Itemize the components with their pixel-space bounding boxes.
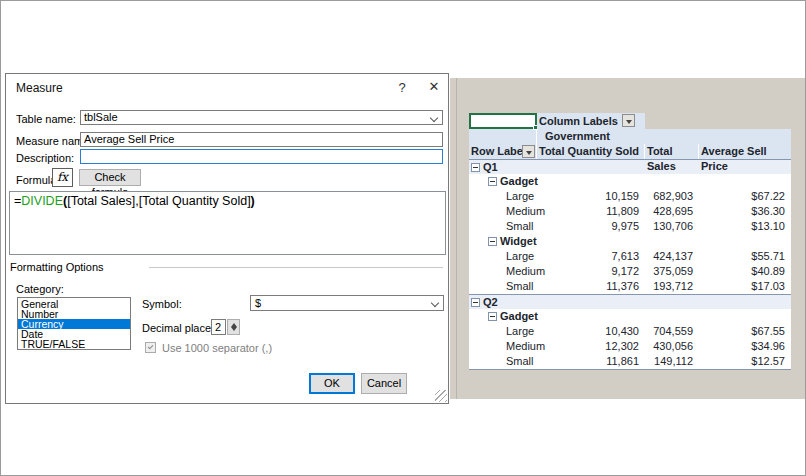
symbol-dropdown[interactable]: $ [250, 295, 444, 311]
value-cell[interactable]: 704,559 [645, 324, 699, 339]
row-label-cell[interactable]: Large [469, 189, 537, 204]
value-cell[interactable] [699, 309, 791, 324]
row-label: Small [506, 279, 534, 294]
close-icon[interactable]: ✕ [423, 79, 445, 94]
value-cell[interactable]: 12,302 [537, 339, 645, 354]
value-cell[interactable]: $67.55 [699, 324, 791, 339]
row-label-cell[interactable]: Medium [469, 264, 537, 279]
value-cell[interactable]: 424,137 [645, 249, 699, 264]
value-cell[interactable] [537, 160, 645, 174]
row-label-cell[interactable]: Q1 [469, 160, 537, 174]
value-cell[interactable]: 9,172 [537, 264, 645, 279]
pivot-header-row: Row Labels Total Quantity Sold Total Sal… [469, 144, 791, 159]
column-group-row: Government [469, 129, 791, 144]
row-label: Q2 [483, 295, 498, 310]
value-cell[interactable]: 7,613 [537, 249, 645, 264]
value-cell[interactable] [699, 234, 791, 249]
value-cell[interactable] [537, 174, 645, 189]
filter-dropdown-icon[interactable] [622, 114, 635, 127]
value-cell[interactable] [699, 160, 791, 174]
value-cell[interactable]: 375,059 [645, 264, 699, 279]
value-cell[interactable]: 11,376 [537, 279, 645, 294]
value-cell[interactable]: $36.30 [699, 204, 791, 219]
value-cell[interactable] [699, 295, 791, 309]
use-separator-checkbox[interactable] [145, 342, 156, 353]
fx-icon: fx [57, 170, 68, 184]
column-group-cell[interactable]: Government [537, 129, 791, 144]
description-input[interactable] [80, 149, 443, 164]
ok-button[interactable]: OK [309, 373, 355, 394]
filter-dropdown-icon[interactable] [522, 145, 535, 158]
row-labels-header[interactable]: Row Labels [469, 144, 537, 159]
row-label-cell[interactable]: Gadget [469, 309, 537, 324]
spin-down-icon[interactable] [231, 327, 237, 331]
value-cell[interactable] [645, 295, 699, 309]
value-cell[interactable]: 193,712 [645, 279, 699, 294]
measure-name-value: Average Sell Price [84, 133, 174, 145]
value-cell[interactable] [645, 174, 699, 189]
value-cell[interactable]: $67.22 [699, 189, 791, 204]
pivot-table: Column Labels Government Row Labels Tota… [469, 113, 791, 370]
value-cell[interactable]: 11,861 [537, 354, 645, 369]
value-cell[interactable]: 9,975 [537, 219, 645, 234]
value-cell[interactable]: 11,809 [537, 204, 645, 219]
value-cell[interactable] [645, 234, 699, 249]
pivot-row: Medium11,809428,695$36.30 [469, 204, 791, 219]
value-cell[interactable] [645, 309, 699, 324]
decimal-places-input[interactable]: 2 [211, 319, 226, 335]
value-cell[interactable] [537, 309, 645, 324]
column-labels-cell[interactable]: Column Labels [537, 113, 645, 129]
value-cell[interactable]: $12.57 [699, 354, 791, 369]
value-cell[interactable] [699, 174, 791, 189]
selected-cell[interactable] [469, 113, 537, 129]
row-label-cell[interactable]: Large [469, 324, 537, 339]
row-label-cell[interactable]: Gadget [469, 174, 537, 189]
category-option[interactable]: TRUE/FALSE [18, 339, 130, 349]
collapse-icon[interactable] [471, 163, 480, 172]
pivot-row: Large10,159682,903$67.22 [469, 189, 791, 204]
value-cell[interactable] [537, 234, 645, 249]
row-label-cell[interactable]: Q2 [469, 295, 537, 309]
check-formula-button[interactable]: Check formula [79, 169, 141, 186]
value-cell[interactable]: 149,112 [645, 354, 699, 369]
resize-grip[interactable] [435, 390, 447, 402]
value-cell[interactable] [645, 160, 699, 174]
collapse-icon[interactable] [488, 237, 497, 246]
value-cell[interactable]: 130,706 [645, 219, 699, 234]
value-cell[interactable]: 430,056 [645, 339, 699, 354]
value-cell[interactable]: $55.71 [699, 249, 791, 264]
row-label-cell[interactable]: Medium [469, 339, 537, 354]
pivot-row: Q2 [469, 294, 791, 309]
value-cell[interactable]: 428,695 [645, 204, 699, 219]
value-cell[interactable] [537, 295, 645, 309]
header-average-sell-price[interactable]: Average Sell Price [699, 144, 791, 159]
header-total-sales[interactable]: Total Sales [645, 144, 699, 159]
row-label-cell[interactable]: Small [469, 219, 537, 234]
row-label-cell[interactable]: Small [469, 354, 537, 369]
value-cell[interactable]: $40.89 [699, 264, 791, 279]
value-cell[interactable]: 10,430 [537, 324, 645, 339]
cancel-button[interactable]: Cancel [361, 373, 407, 394]
value-cell[interactable]: $17.03 [699, 279, 791, 294]
collapse-icon[interactable] [488, 177, 497, 186]
value-cell[interactable]: $34.96 [699, 339, 791, 354]
header-total-quantity-sold[interactable]: Total Quantity Sold [537, 144, 645, 159]
row-label-cell[interactable]: Large [469, 249, 537, 264]
row-label-cell[interactable]: Widget [469, 234, 537, 249]
collapse-icon[interactable] [471, 298, 480, 307]
row-label-cell[interactable]: Medium [469, 204, 537, 219]
fx-function-button[interactable]: fx [52, 168, 73, 187]
help-icon[interactable]: ? [392, 80, 412, 95]
decimal-places-stepper[interactable] [227, 319, 240, 335]
measure-name-input[interactable]: Average Sell Price [80, 132, 443, 147]
value-cell[interactable]: 10,159 [537, 189, 645, 204]
pivot-top-row: Column Labels [469, 113, 791, 129]
use-separator-label: Use 1000 separator (,) [162, 342, 272, 354]
collapse-icon[interactable] [488, 312, 497, 321]
table-name-dropdown[interactable]: tblSale [80, 110, 443, 125]
row-label-cell[interactable]: Small [469, 279, 537, 294]
formula-editor[interactable]: =DIVIDE([Total Sales],[Total Quantity So… [9, 191, 446, 255]
value-cell[interactable]: 682,903 [645, 189, 699, 204]
category-listbox[interactable]: GeneralNumberCurrencyDateTRUE/FALSE [17, 297, 131, 350]
value-cell[interactable]: $13.10 [699, 219, 791, 234]
